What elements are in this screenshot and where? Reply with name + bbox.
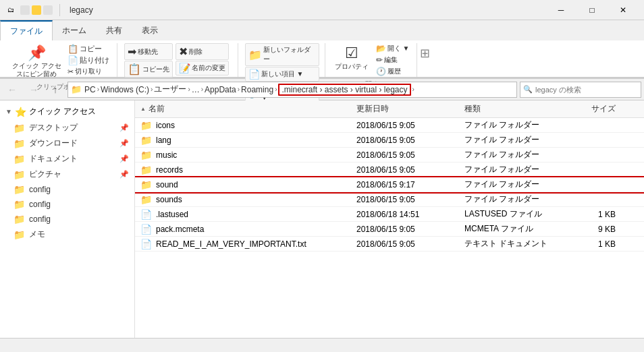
search-input[interactable]	[535, 86, 638, 94]
folder-icon: 📁	[14, 199, 25, 210]
edit-button[interactable]: ✏ 編集	[374, 55, 412, 65]
breadcrumb-roaming[interactable]: Roaming	[241, 85, 273, 94]
sidebar-item-config1[interactable]: 📁 config	[0, 182, 134, 197]
file-date-cell: 2018/06/15 9:05	[351, 238, 459, 250]
clipboard-group: 📌 クイック アクセスにピン留め 📋 コピー 📄 貼り付け ✂ 切り取り	[4, 43, 117, 77]
sidebar-item-config3[interactable]: 📁 config	[0, 212, 134, 227]
sidebar-item-config2[interactable]: 📁 config	[0, 197, 134, 212]
col-date-header[interactable]: 更新日時	[351, 102, 459, 116]
pin-icon: 📌	[119, 170, 129, 179]
new-item-label: 新しい項目 ▼	[261, 69, 304, 79]
save-icon[interactable]	[20, 5, 30, 15]
open-button[interactable]: 📂 開く ▼	[374, 43, 412, 54]
copy2-label: コピー先	[142, 65, 169, 74]
file-type-cell: LASTUSED ファイル	[459, 207, 567, 221]
tab-share[interactable]: 共有	[97, 20, 132, 40]
col-type-header[interactable]: 種類	[459, 102, 567, 116]
open-label: 開く ▼	[387, 44, 410, 53]
minimize-button[interactable]: ─	[545, 0, 576, 20]
file-type-icon: 📁	[140, 120, 152, 131]
table-row[interactable]: 📁 sounds 2018/06/15 9:05 ファイル フォルダー	[135, 192, 644, 207]
file-type-cell: ファイル フォルダー	[459, 148, 567, 162]
expand-arrow: ▼	[5, 108, 12, 115]
search-bar[interactable]: 🔍	[520, 82, 641, 98]
rename-button[interactable]: 📝 名前の変更	[176, 61, 229, 76]
tab-file[interactable]: ファイル	[0, 20, 53, 40]
breadcrumb-highlighted[interactable]: .minecraft › assets › virtual › legacy	[278, 84, 410, 96]
clipboard-right: 📋 コピー 📄 貼り付け ✂ 切り取り	[65, 43, 111, 80]
breadcrumb-appdata[interactable]: AppData	[205, 85, 236, 94]
tab-home[interactable]: ホーム	[53, 20, 97, 40]
file-name-label: sound	[156, 180, 178, 189]
cut-row[interactable]: ✂ 切り取り	[65, 66, 111, 77]
forward-button[interactable]: →	[24, 81, 43, 98]
address-bar: ← → ↑ 📁 PC › Windows (C:) › ユーザー › … › A…	[0, 79, 644, 100]
table-row[interactable]: 📁 sound 2018/06/15 9:17 ファイル フォルダー	[135, 177, 644, 192]
folder-icon: 📁	[14, 229, 25, 240]
more-icon[interactable]: ⊞	[420, 46, 430, 61]
new-folder-button[interactable]: 📁 新しいフォルダー	[245, 43, 319, 66]
paste-button[interactable]: 📄 貼り付け	[65, 55, 111, 66]
edit-label: 編集	[384, 55, 398, 65]
sidebar-item-desktop[interactable]: 📁 デスクトップ 📌	[0, 120, 134, 136]
file-list: ▲ 名前 更新日時 種類 サイズ 📁 icons 2018/06/15 9:05…	[135, 100, 644, 338]
breadcrumb-drive[interactable]: Windows (C:)	[101, 85, 149, 94]
breadcrumb-ellipsis[interactable]: …	[192, 85, 200, 94]
folder-icon[interactable]	[32, 5, 41, 15]
ribbon-tabs: ファイル ホーム 共有 表示	[0, 20, 644, 40]
table-row[interactable]: 📁 lang 2018/06/15 9:05 ファイル フォルダー	[135, 133, 644, 148]
tab-view[interactable]: 表示	[132, 20, 168, 40]
breadcrumb-bar[interactable]: 📁 PC › Windows (C:) › ユーザー › … › AppData…	[68, 82, 517, 98]
table-row[interactable]: 📄 READ_ME_I_AM_VERY_IMPORTANT.txt 2018/0…	[135, 237, 644, 252]
col-size-header[interactable]: サイズ	[567, 102, 621, 116]
up-button[interactable]: ↑	[46, 81, 65, 98]
file-type-icon: 📄	[140, 209, 152, 220]
sort-arrow: ▲	[140, 106, 146, 112]
back-button[interactable]: ←	[3, 81, 22, 98]
file-rows: 📁 icons 2018/06/15 9:05 ファイル フォルダー 📁 lan…	[135, 118, 644, 252]
pin-icon: 📌	[28, 45, 46, 62]
breadcrumb-users[interactable]: ユーザー	[154, 84, 186, 95]
table-row[interactable]: 📁 records 2018/06/15 9:05 ファイル フォルダー	[135, 163, 644, 177]
table-row[interactable]: 📄 pack.mcmeta 2018/06/15 9:05 MCMETA ファイ…	[135, 222, 644, 237]
sidebar-item-pictures[interactable]: 📁 ピクチャ 📌	[0, 167, 134, 182]
delete-button[interactable]: ✖ 削除	[176, 43, 229, 60]
close-button[interactable]: ✕	[608, 0, 639, 20]
sidebar-item-downloads[interactable]: 📁 ダウンロード 📌	[0, 136, 134, 151]
nav-icon[interactable]	[43, 5, 53, 15]
sidebar-item-memo[interactable]: 📁 メモ	[0, 227, 134, 242]
file-size-cell: 9 KB	[567, 223, 621, 235]
properties-button[interactable]: ☑ プロパティ	[332, 43, 371, 73]
maximize-button[interactable]: □	[576, 0, 608, 20]
table-row[interactable]: 📁 icons 2018/06/15 9:05 ファイル フォルダー	[135, 118, 644, 133]
properties-label: プロパティ	[335, 62, 369, 71]
quick-access-header[interactable]: ▼ ⭐ クイック アクセス	[0, 103, 134, 120]
sidebar-item-documents[interactable]: 📁 ドキュメント 📌	[0, 151, 134, 167]
copy-button[interactable]: 📋 コピー	[65, 43, 111, 55]
col-name-header[interactable]: ▲ 名前	[135, 102, 351, 116]
move-button[interactable]: ➡ 移動先	[124, 43, 173, 60]
file-name-label: .lastused	[156, 210, 188, 219]
table-row[interactable]: 📁 music 2018/06/15 9:05 ファイル フォルダー	[135, 148, 644, 163]
window-title: legacy	[70, 5, 93, 15]
file-name-label: pack.mcmeta	[156, 225, 204, 234]
history-button[interactable]: 🕐 履歴	[374, 66, 412, 77]
file-date-cell: 2018/06/15 9:05	[351, 194, 459, 206]
open-right: 📂 開く ▼ ✏ 編集 🕐 履歴	[374, 43, 412, 77]
file-name-label: music	[156, 150, 177, 160]
breadcrumb-pc[interactable]: PC	[84, 85, 96, 94]
sidebar-item-label: ドキュメント	[29, 153, 78, 165]
table-row[interactable]: 📄 .lastused 2018/06/18 14:51 LASTUSED ファ…	[135, 207, 644, 222]
delete-label: 削除	[189, 47, 203, 57]
new-group: 📁 新しいフォルダー 📄 新しい項目 ▼ 🔗 ショートカット ▼ 新規	[240, 43, 325, 77]
move-copy: ➡ 移動先 📋 コピー先	[124, 43, 173, 78]
file-date-cell: 2018/06/15 9:05	[351, 164, 459, 176]
pin-button[interactable]: 📌 クイック アクセスにピン留め	[9, 43, 64, 80]
file-name-cell: 📁 sound	[135, 178, 351, 192]
file-size-cell	[567, 198, 621, 201]
history-label: 履歴	[387, 67, 401, 76]
new-item-button[interactable]: 📄 新しい項目 ▼	[245, 67, 319, 82]
cut-icon: ✂	[68, 67, 74, 76]
copy2-button[interactable]: 📋 コピー先	[124, 61, 173, 78]
file-type-cell: MCMETA ファイル	[459, 222, 567, 236]
